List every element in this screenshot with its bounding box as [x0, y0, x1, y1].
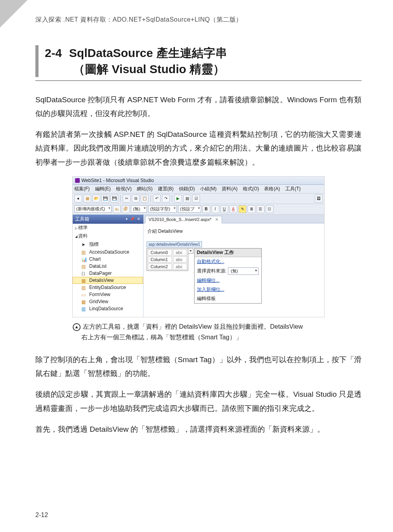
dv-cell-col: Column0: [148, 249, 172, 256]
editor-panel: VS2010_Book_S...Insert/2.aspx* ✕ 介紹 Deta…: [143, 215, 324, 317]
menu-tools[interactable]: 工具(T): [285, 186, 301, 191]
toolbox-header[interactable]: 工具箱 ▾ 📌 ✕: [73, 215, 143, 224]
toolbar-button[interactable]: ☑: [192, 195, 200, 202]
toolbar-button[interactable]: ●: [74, 195, 82, 202]
toolbox-item-pointer[interactable]: ➤指標: [73, 240, 143, 249]
section-heading: 2-4 SqlDataSource 產生連結字串 （圖解 Visual Stud…: [35, 45, 362, 81]
smart-edit-template-link[interactable]: 編輯樣板: [195, 294, 261, 303]
toolbar-saveall-icon[interactable]: 💾: [110, 195, 118, 202]
smart-tag-title: DetailsView 工作: [195, 249, 261, 257]
vs-menubar[interactable]: 檔案(F) 編輯(E) 檢視(V) 網站(S) 建置(B) 偵錯(D) 小組(M…: [73, 185, 324, 193]
section-heading-bar: [35, 45, 39, 77]
smart-tag-chevron-icon[interactable]: ◂: [188, 248, 193, 254]
section-title-line2: （圖解 Visual Studio 精靈）: [73, 63, 225, 75]
vs-workspace: 工具箱 ▾ 📌 ✕ 標準 資料 ➤指標 ▥AccessDataSource 📊C…: [73, 215, 324, 317]
close-tab-icon[interactable]: ✕: [215, 217, 219, 222]
toolbar-separator: [172, 195, 172, 202]
tag-combo[interactable]: (無): [131, 205, 147, 213]
smart-choose-ds-combo[interactable]: (無): [228, 267, 259, 275]
underline-button[interactable]: U: [220, 205, 228, 213]
toolbox-item-gridview[interactable]: ▦GridView: [73, 298, 143, 305]
document-tab-label: VS2010_Book_S...Insert/2.aspx*: [149, 217, 211, 222]
dv-cell-val: abc: [173, 249, 187, 256]
vs-logo-icon: [75, 178, 80, 183]
toolbox-item-chart[interactable]: 📊Chart: [73, 256, 143, 263]
datasource-icon: ▥: [81, 250, 87, 254]
dv-cell-val: abc: [173, 256, 187, 263]
formview-icon: ▭: [81, 292, 87, 297]
forecolor-button[interactable]: A: [230, 205, 237, 213]
toolbar-redo-icon[interactable]: ↷: [162, 195, 170, 202]
toolbar-copy-icon[interactable]: ⧉: [132, 195, 140, 202]
toolbar-save-icon[interactable]: 💾: [101, 195, 109, 202]
running-header: 深入探索 .NET 資料存取：ADO.NET+SqlDataSource+LIN…: [35, 16, 362, 24]
font-combo[interactable]: (預設字型): [148, 205, 177, 213]
toolbar-button[interactable]: 🗐: [122, 205, 130, 213]
detailsview-preview[interactable]: Column0abc Column1abc Column2abc: [147, 248, 188, 271]
size-combo[interactable]: (預設プ: [178, 205, 201, 213]
menu-table[interactable]: 表格(A): [264, 186, 280, 191]
menu-file[interactable]: 檔案(F): [74, 186, 90, 191]
toolbox-item-formview[interactable]: ▭FormView: [73, 291, 143, 298]
toolbox-item-datapager[interactable]: ⟨⟩DataPager: [73, 270, 143, 277]
menu-website[interactable]: 網站(S): [137, 186, 152, 191]
vs-format-toolbar[interactable]: (新增內嵌樣式) a₂ 🗐 (無) (預設字型) (預設プ B I U A ✎ …: [73, 204, 324, 215]
document-tabstrip[interactable]: VS2010_Book_S...Insert/2.aspx* ✕: [143, 215, 324, 223]
body-paragraph-1: SqlDataSource 控制項只有 ASP.NET Web Form 才有，…: [35, 93, 362, 120]
smart-autoformat-link[interactable]: 自動格式化...: [197, 259, 224, 264]
detailsview-icon: ▦: [81, 278, 87, 283]
toolbar-undo-icon[interactable]: ↶: [153, 195, 161, 202]
toolbox-item-entitydatasource[interactable]: ▥EntityDataSource: [73, 284, 143, 291]
datapager-icon: ⟨⟩: [81, 271, 87, 276]
menu-debug[interactable]: 偵錯(D): [179, 186, 195, 191]
toolbox-item-linqdatasource[interactable]: ▥LinqDataSource: [73, 305, 143, 312]
align-button[interactable]: ≣: [248, 205, 255, 213]
caption-line2: 右上方有一個三角標誌，稱為「智慧標籤（Smart Tag）」: [81, 332, 242, 342]
toolbar-cut-icon[interactable]: ✂: [123, 195, 130, 202]
menu-view[interactable]: 檢視(V): [116, 186, 132, 191]
body-paragraph-5: 首先，我們透過 DetailsView 的「智慧標籤」，請選擇資料來源裡面的「新…: [35, 422, 362, 436]
vs-window-title: WebSite1 - Microsoft Visual Studio: [81, 178, 154, 183]
toolbox-category-data[interactable]: 資料: [73, 232, 143, 240]
italic-button[interactable]: I: [211, 205, 219, 213]
menu-build[interactable]: 建置(B): [158, 186, 174, 191]
menu-data[interactable]: 資料(A): [222, 186, 237, 191]
highlight-button[interactable]: ✎: [239, 205, 246, 213]
design-surface[interactable]: 介紹 DetailsView asp:detailsview#DetailsVi…: [143, 223, 324, 317]
toolbar-button[interactable]: 🖼: [315, 195, 323, 202]
menu-edit[interactable]: 編輯(E): [95, 186, 111, 191]
dv-cell-col: Column2: [148, 263, 172, 270]
menu-format[interactable]: 格式(O): [243, 186, 259, 191]
toolbox-item-detailsview[interactable]: ▦DetailsView: [73, 277, 143, 284]
numbering-button[interactable]: ☷: [266, 205, 274, 213]
bold-button[interactable]: B: [202, 205, 210, 213]
vs-standard-toolbar[interactable]: ● ▦ 📂 💾 💾 ✂ ⧉ 📋 ↶ ↷ ▶ ▤ ☑ 🖼: [73, 193, 324, 204]
toolbar-new-icon[interactable]: ▦: [83, 195, 91, 202]
menu-team[interactable]: 小組(M): [200, 186, 217, 191]
toolbox-item-accessdatasource[interactable]: ▥AccessDataSource: [73, 249, 143, 256]
toolbar-run-icon[interactable]: ▶: [174, 195, 182, 202]
toolbox-header-icons[interactable]: ▾ 📌 ✕: [126, 217, 141, 221]
toolbar-separator: [151, 195, 151, 202]
bullets-button[interactable]: ☰: [257, 205, 264, 213]
toolbar-button[interactable]: a₂: [113, 205, 121, 213]
smart-add-field-link[interactable]: 加入新欄位...: [197, 287, 224, 292]
control-selector-tag: asp:detailsview#DetailsView1: [147, 241, 202, 247]
caption-line1: 左方的工具箱，挑選「資料」裡的 DetailsView 並且拖拉到畫面裡。Det…: [83, 323, 303, 330]
dv-cell-val: abc: [173, 263, 187, 270]
toolbox-category-standard[interactable]: 標準: [73, 224, 143, 232]
smart-edit-fields-link[interactable]: 編輯欄位...: [197, 278, 220, 283]
toolbox-body[interactable]: 標準 資料 ➤指標 ▥AccessDataSource 📊Chart ▤Data…: [73, 224, 143, 317]
toolbox-panel: 工具箱 ▾ 📌 ✕ 標準 資料 ➤指標 ▥AccessDataSource 📊C…: [73, 215, 143, 317]
smart-tag-glyphs[interactable]: ◂: [188, 248, 193, 254]
datasource-icon: ▥: [81, 306, 87, 311]
design-intro-text: 介紹 DetailsView: [147, 228, 321, 235]
toolbox-item-datalist[interactable]: ▤DataList: [73, 263, 143, 270]
style-combo[interactable]: (新增內嵌樣式): [74, 205, 112, 213]
toolbar-button[interactable]: ▤: [183, 195, 191, 202]
document-tab-active[interactable]: VS2010_Book_S...Insert/2.aspx* ✕: [145, 216, 222, 223]
toolbar-open-icon[interactable]: 📂: [92, 195, 100, 202]
toolbar-paste-icon[interactable]: 📋: [141, 195, 149, 202]
page-number: 2-12: [35, 512, 48, 519]
dv-cell-col: Column1: [148, 256, 172, 263]
